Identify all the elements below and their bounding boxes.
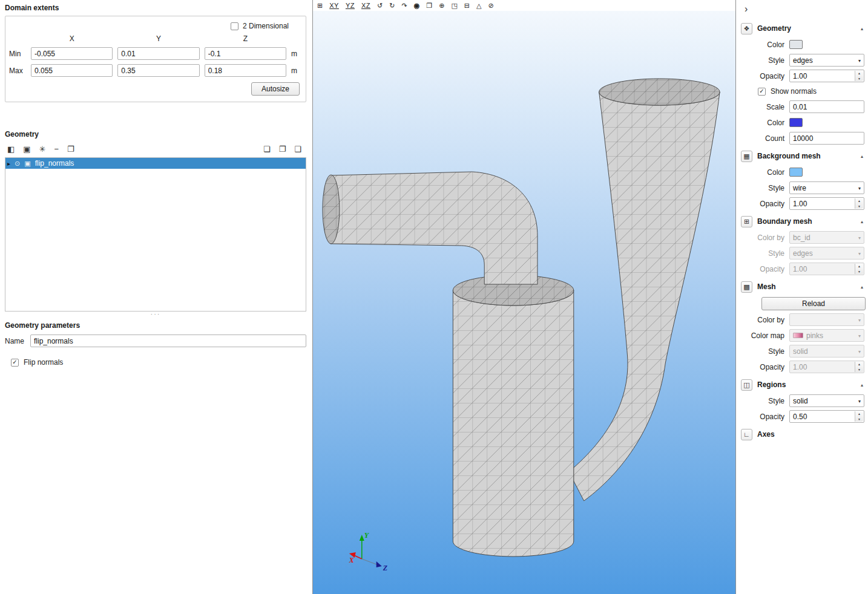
perspective-button[interactable]: ◳ [451, 0, 457, 11]
regions-visibility-icon[interactable]: ◫ [741, 379, 752, 391]
remove-geometry-icon[interactable]: − [54, 145, 59, 154]
toggle-visibility-button[interactable]: ⊘ [488, 0, 493, 11]
spin-down-icon[interactable]: ▼ [855, 417, 863, 422]
copy-view-button[interactable]: ❐ [426, 0, 432, 11]
rotate-reset-button[interactable]: ↷ [401, 0, 407, 11]
boundary-style-dropdown: edges ▾ [789, 247, 864, 259]
geometry-section-title: Geometry [5, 130, 305, 139]
geometry-list-item[interactable]: ▸ ⊙ ▣ flip_normals [5, 158, 306, 169]
boundary-color-by-dropdown: bc_id ▾ [789, 231, 864, 244]
cylinder-mesh [453, 290, 573, 556]
add-geometry-icon[interactable]: ◧ [7, 145, 15, 154]
spin-down-icon[interactable]: ▼ [855, 204, 863, 209]
max-x-input[interactable] [31, 64, 113, 77]
show-normals-checkbox[interactable]: ✓ [758, 88, 766, 96]
max-z-input[interactable] [205, 64, 286, 77]
geometry-toolbar: ◧ ▣ ✳ − ❐ ❏ ❐ ❑ [5, 142, 306, 155]
normals-count-input[interactable]: 10000 [789, 132, 864, 145]
min-x-input[interactable] [31, 47, 113, 60]
mesh-opacity-label: Opacity [741, 363, 784, 371]
background-opacity-spinbox[interactable]: 1.00 ▲▼ [789, 197, 864, 210]
mesh-visibility-icon[interactable]: ▩ [741, 281, 752, 293]
autosize-button[interactable]: Autosize [251, 82, 300, 96]
geometry-color-swatch[interactable] [789, 40, 803, 49]
spin-up-icon: ▲ [855, 362, 863, 367]
view-xz-button[interactable]: XZ [361, 0, 370, 11]
boolean-difference-icon[interactable]: ❑ [294, 145, 301, 154]
collapse-boundary-mesh-icon[interactable]: ▴ [861, 219, 863, 224]
geometry-opacity-spinbox[interactable]: 1.00 ▲▼ [789, 70, 864, 82]
wand-icon[interactable]: ✳ [39, 145, 46, 154]
collapse-panel-chevron[interactable]: › [741, 2, 866, 17]
flip-normals-checkbox[interactable]: ✓ [11, 359, 19, 367]
spin-up-icon[interactable]: ▲ [855, 198, 863, 204]
min-z-input[interactable] [205, 47, 286, 60]
max-y-input[interactable] [117, 64, 199, 77]
name-input[interactable] [30, 335, 306, 347]
background-mesh-visibility-icon[interactable]: ▦ [741, 151, 752, 162]
spin-up-icon[interactable]: ▲ [855, 71, 863, 76]
background-color-label: Color [741, 168, 784, 177]
eye-icon[interactable]: ⊙ [15, 160, 20, 168]
spin-down-icon[interactable]: ▼ [855, 76, 863, 82]
axes-visibility-icon[interactable]: ∟ [741, 429, 752, 440]
collapse-background-mesh-icon[interactable]: ▴ [861, 154, 863, 159]
toggle-geometry-button[interactable]: △ [476, 0, 481, 11]
spin-up-icon: ▲ [855, 264, 863, 269]
chevron-down-icon: ▾ [858, 333, 861, 338]
reset-view-button[interactable]: ⊞ [317, 0, 323, 11]
geometry-tree[interactable]: ▸ ⊙ ▣ flip_normals [5, 157, 306, 312]
visibility-panel: › ❖ Geometry ▴ Color Style edges ▾ Opaci… [736, 0, 868, 594]
expander-icon[interactable]: ▸ [7, 160, 10, 167]
boolean-union-icon[interactable]: ❏ [263, 145, 271, 154]
collapse-geometry-icon[interactable]: ▴ [861, 26, 863, 31]
viewport-toolbar: ⊞ XY YZ XZ ↺ ↻ ↷ ◉ ❐ ⊕ ◳ ⊟ △ ⊘ [313, 0, 735, 11]
max-row-label: Max [9, 67, 26, 75]
colormap-pinks-icon [793, 333, 803, 338]
boundary-mesh-visibility-icon[interactable]: ⊞ [741, 216, 752, 227]
rp-regions-title: Regions [757, 380, 856, 389]
screenshot-button[interactable]: ◉ [414, 0, 420, 11]
geometry-style-dropdown[interactable]: edges ▾ [789, 54, 864, 67]
spin-up-icon[interactable]: ▲ [855, 411, 863, 417]
spin-down-icon: ▼ [855, 269, 863, 275]
view-xy-button[interactable]: XY [329, 0, 339, 11]
boolean-intersect-icon[interactable]: ❐ [279, 145, 286, 154]
collapse-regions-icon[interactable]: ▴ [861, 382, 863, 388]
reload-mesh-button[interactable]: Reload [761, 297, 866, 310]
regions-opacity-spinbox[interactable]: 0.50 ▲▼ [789, 410, 864, 423]
collapse-mesh-icon[interactable]: ▴ [861, 284, 863, 290]
background-style-dropdown[interactable]: wire ▾ [789, 181, 864, 194]
regions-style-dropdown[interactable]: solid ▾ [789, 394, 864, 407]
geometry-item-label: flip_normals [35, 159, 74, 168]
min-y-input[interactable] [117, 47, 199, 60]
add-stl-icon[interactable]: ▣ [23, 145, 30, 154]
column-header-z: Z [205, 34, 286, 43]
panel-resize-handle[interactable]: ··· [5, 312, 306, 318]
geometry-color-label: Color [741, 41, 784, 49]
chevron-down-icon: ▾ [858, 235, 861, 240]
normals-scale-input[interactable]: 0.01 [789, 100, 864, 113]
max-unit-label: m [291, 67, 300, 75]
min-row-label: Min [9, 50, 26, 58]
spin-down-icon: ▼ [855, 367, 863, 373]
rotate-right-button[interactable]: ↻ [389, 0, 395, 11]
origin-axes-button[interactable]: ⊕ [439, 0, 444, 11]
copy-geometry-icon[interactable]: ❐ [67, 145, 74, 154]
panel-splitter[interactable] [307, 0, 312, 594]
viewport-3d-scene[interactable]: Y X Z [313, 11, 735, 594]
rp-axes-title: Axes [757, 430, 866, 439]
min-unit-label: m [291, 50, 300, 58]
geometry-opacity-label: Opacity [741, 72, 784, 80]
two-dimensional-checkbox[interactable] [231, 22, 238, 30]
show-normals-label: Show normals [771, 87, 817, 96]
rotate-left-button[interactable]: ↺ [377, 0, 383, 11]
axis-z-label: Z [383, 564, 387, 572]
toggle-mesh-button[interactable]: ⊟ [464, 0, 470, 11]
background-color-swatch[interactable] [789, 168, 803, 177]
mesh-color-by-dropdown: ▾ [789, 313, 864, 326]
geometry-type-icon: ▣ [24, 160, 30, 168]
view-yz-button[interactable]: YZ [346, 0, 355, 11]
normals-color-swatch[interactable] [789, 118, 803, 127]
geometry-visibility-icon[interactable]: ❖ [741, 23, 752, 34]
